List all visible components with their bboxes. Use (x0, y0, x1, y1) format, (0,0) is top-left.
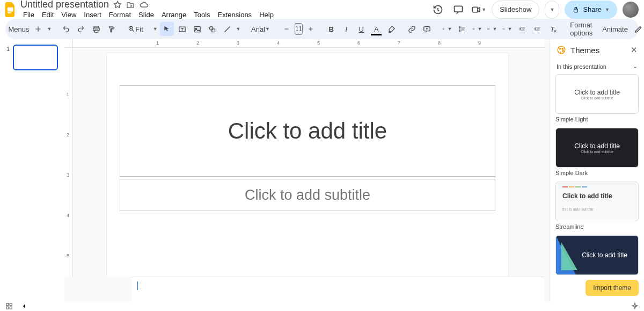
shape-tool[interactable] (205, 22, 219, 36)
themes-section-toggle[interactable]: In this presentation ⌄ (550, 61, 644, 74)
theme-focus[interactable]: Click to add title (555, 235, 639, 275)
meet-icon[interactable]: ▼ (471, 2, 486, 17)
grid-view-icon[interactable] (4, 301, 14, 311)
chevron-down-icon: ⌄ (633, 63, 638, 70)
svg-point-24 (562, 48, 563, 49)
clear-formatting-button[interactable]: T✕ (545, 22, 559, 36)
numbered-list-button[interactable]: 123▼ (500, 22, 514, 36)
font-size-decrease[interactable] (280, 22, 294, 36)
history-icon[interactable] (430, 2, 445, 17)
speaker-notes[interactable] (132, 277, 544, 301)
themes-panel: Themes ✕ In this presentation ⌄ Click to… (550, 39, 644, 301)
subtitle-placeholder[interactable]: Click to add subtitle (120, 179, 495, 211)
bold-button[interactable]: B (324, 22, 338, 36)
paint-format-button[interactable] (104, 22, 118, 36)
move-icon[interactable] (126, 1, 135, 9)
svg-point-23 (560, 48, 561, 49)
checklist-button[interactable]: ▼ (470, 22, 484, 36)
insert-comment-button[interactable] (420, 22, 434, 36)
themes-title: Themes (570, 46, 599, 55)
theme-label: Simple Dark (555, 170, 639, 176)
account-avatar[interactable] (623, 2, 639, 18)
title-placeholder[interactable]: Click to add title (120, 85, 495, 177)
svg-text:2: 2 (503, 28, 503, 29)
font-size-input[interactable]: 11 (295, 23, 303, 35)
undo-button[interactable] (59, 22, 73, 36)
new-slide-button[interactable] (31, 22, 45, 36)
indent-decrease-button[interactable] (515, 22, 529, 36)
format-options-button[interactable]: Format options (566, 22, 597, 36)
svg-point-25 (562, 50, 564, 51)
prev-slide-icon[interactable] (19, 301, 29, 311)
svg-rect-2 (455, 6, 463, 12)
theme-streamline[interactable]: Click to add title this is auto subtitle (555, 182, 639, 221)
toolbar: Menus ▼ Fit▼ ▼ Arial▼ 11 B I U A ▼ ▼ ▼ 1… (5, 19, 639, 39)
explore-icon[interactable] (630, 301, 640, 311)
highlight-color-button[interactable] (384, 22, 398, 36)
zoom-fit-dropdown[interactable]: Fit▼ (140, 22, 153, 36)
animate-button[interactable]: Animate (598, 22, 632, 36)
share-button[interactable]: Share▼ (565, 1, 617, 19)
svg-point-17 (488, 29, 488, 30)
star-icon[interactable] (113, 1, 122, 9)
slide-canvas[interactable]: Click to add title Click to add subtitle (107, 53, 508, 277)
text-color-button[interactable]: A (369, 22, 383, 36)
slide-thumbnail-1[interactable] (13, 45, 58, 70)
italic-button[interactable]: I (339, 22, 353, 36)
pen-tool[interactable]: ▼ (634, 22, 644, 36)
indent-increase-button[interactable] (530, 22, 544, 36)
filmstrip: 1 (0, 39, 64, 301)
svg-rect-1 (8, 12, 11, 13)
svg-rect-11 (194, 26, 200, 32)
font-family-select[interactable]: Arial▼ (248, 23, 273, 35)
redo-button[interactable] (74, 22, 88, 36)
svg-point-13 (209, 26, 213, 30)
svg-rect-27 (10, 303, 12, 306)
close-icon[interactable]: ✕ (631, 45, 638, 55)
line-tool-dropdown[interactable]: ▼ (235, 22, 241, 36)
image-tool[interactable] (190, 22, 204, 36)
bulleted-list-button[interactable]: ▼ (485, 22, 499, 36)
line-spacing-button[interactable] (455, 22, 469, 36)
select-tool[interactable] (160, 22, 174, 36)
svg-point-22 (558, 46, 565, 54)
svg-rect-0 (8, 7, 13, 11)
svg-rect-26 (6, 303, 9, 306)
svg-point-18 (488, 30, 488, 30)
import-theme-button[interactable]: Import theme (586, 280, 639, 296)
svg-point-16 (488, 28, 488, 28)
ruler-horizontal[interactable]: 1 2 3 4 5 6 7 8 9 (73, 39, 545, 48)
svg-text:1: 1 (503, 28, 503, 28)
theme-label: Simple Light (555, 116, 639, 122)
ruler-vertical[interactable]: 1 2 3 4 5 (64, 48, 73, 277)
svg-rect-4 (574, 9, 578, 12)
app-logo[interactable] (4, 3, 17, 16)
theme-simple-dark[interactable]: Click to add title Click to add subtitle (555, 128, 639, 168)
svg-rect-3 (473, 7, 478, 12)
new-slide-dropdown[interactable]: ▼ (46, 22, 53, 36)
font-size-increase[interactable] (304, 22, 318, 36)
cloud-status-icon[interactable] (139, 1, 149, 9)
slideshow-button[interactable]: Slideshow (492, 1, 539, 19)
underline-button[interactable]: U (354, 22, 368, 36)
slide-number: 1 (6, 46, 10, 70)
insert-link-button[interactable] (405, 22, 419, 36)
theme-simple-light[interactable]: Click to add title Click to add subtitle (555, 74, 639, 114)
print-button[interactable] (89, 22, 103, 36)
slideshow-dropdown[interactable]: ▼ (545, 1, 559, 19)
svg-text:3: 3 (503, 30, 503, 30)
themes-icon (557, 45, 566, 55)
line-tool[interactable] (220, 22, 234, 36)
theme-label: Streamline (555, 223, 639, 230)
align-button[interactable]: ▼ (440, 22, 454, 36)
comments-icon[interactable] (451, 2, 466, 17)
svg-rect-29 (10, 307, 12, 309)
textbox-tool[interactable] (175, 22, 189, 36)
search-menus[interactable]: Menus (11, 22, 25, 36)
svg-rect-28 (6, 307, 9, 309)
doc-title[interactable]: Untitled presentation (20, 0, 109, 10)
